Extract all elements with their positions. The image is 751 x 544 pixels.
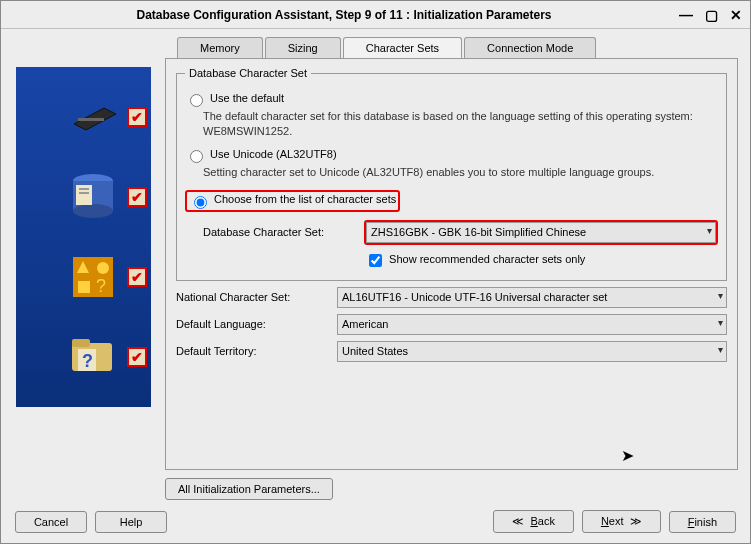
opt-choose-label[interactable]: Choose from the list of character sets [189,193,396,205]
finish-button[interactable]: Finish [669,511,736,533]
svg-point-10 [97,262,109,274]
tab-character-sets[interactable]: Character Sets [343,37,462,58]
titlebar: Database Configuration Assistant, Step 9… [1,1,750,29]
recommended-checkbox-label[interactable]: Show recommended character sets only [365,251,585,270]
window-title: Database Configuration Assistant, Step 9… [9,8,679,22]
desc-default: The default character set for this datab… [203,109,718,139]
opt-unicode-label[interactable]: Use Unicode (AL32UTF8) [185,148,337,160]
tab-sizing[interactable]: Sizing [265,37,341,58]
svg-rect-14 [72,339,90,347]
default-language-label: Default Language: [176,318,331,330]
default-language-value[interactable] [337,314,727,335]
svg-rect-11 [78,281,90,293]
db-charset-value[interactable] [366,222,716,243]
radio-default[interactable] [190,94,203,107]
tab-connection-mode[interactable]: Connection Mode [464,37,596,58]
step-check-icon: ✔ [127,267,147,287]
db-charset-legend: Database Character Set [185,67,311,79]
svg-rect-7 [79,192,89,194]
back-button[interactable]: ≪ Back [493,510,574,533]
wizard-footer: Cancel Help ≪ Back Next ≫ Finish [1,504,750,543]
radio-choose[interactable] [194,196,207,209]
default-territory-value[interactable] [337,341,727,362]
db-charset-fieldset: Database Character Set Use the default T… [176,67,727,281]
step-check-icon: ✔ [127,187,147,207]
step-check-icon: ✔ [127,347,147,367]
charset-panel: Database Character Set Use the default T… [165,58,738,470]
desc-unicode: Setting character set to Unicode (AL32UT… [203,165,718,180]
minimize-icon[interactable]: — [679,7,693,23]
national-charset-select[interactable] [337,287,727,308]
database-icon [66,175,121,220]
default-language-select[interactable] [337,314,727,335]
radio-unicode[interactable] [190,150,203,163]
recommended-checkbox[interactable] [369,254,382,267]
close-icon[interactable]: ✕ [730,7,742,23]
folder-icon: ? [66,335,121,380]
default-territory-label: Default Territory: [176,345,331,357]
svg-text:?: ? [82,351,93,371]
next-button[interactable]: Next ≫ [582,510,661,533]
all-params-button[interactable]: All Initialization Parameters... [165,478,333,500]
svg-rect-6 [79,188,89,190]
svg-rect-1 [78,118,104,121]
shapes-icon: ? [66,255,121,300]
tab-memory[interactable]: Memory [177,37,263,58]
db-charset-label: Database Character Set: [203,226,358,238]
cancel-button[interactable]: Cancel [15,511,87,533]
opt-default-label[interactable]: Use the default [185,92,284,104]
national-charset-label: National Character Set: [176,291,331,303]
chip-icon [66,95,121,140]
national-charset-value[interactable] [337,287,727,308]
wizard-sidebar: ✔ ✔ ? ✔ ? ✔ [13,37,153,500]
default-territory-select[interactable] [337,341,727,362]
tab-bar: Memory Sizing Character Sets Connection … [177,37,738,58]
maximize-icon[interactable]: ▢ [705,7,718,23]
window-controls: — ▢ ✕ [679,7,742,23]
help-button[interactable]: Help [95,511,167,533]
svg-point-4 [73,204,113,218]
svg-text:?: ? [96,276,106,296]
step-check-icon: ✔ [127,107,147,127]
db-charset-select[interactable] [364,220,718,245]
